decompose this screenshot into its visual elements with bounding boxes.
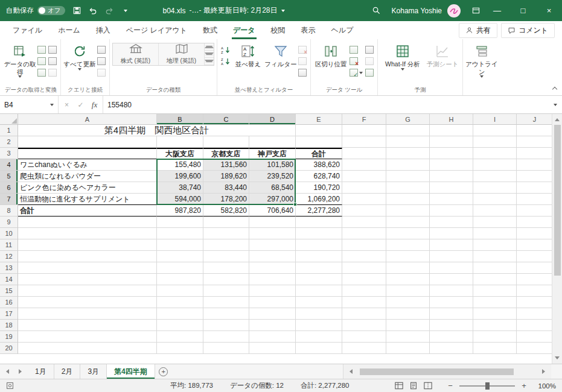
- cell-C18[interactable]: [203, 320, 249, 331]
- refresh-all-button[interactable]: すべて更新: [63, 40, 96, 71]
- cell-J10[interactable]: [517, 228, 552, 239]
- cell-F13[interactable]: [342, 262, 386, 274]
- cell-A15[interactable]: [18, 285, 157, 297]
- cell-F18[interactable]: [342, 320, 386, 331]
- cell-D17[interactable]: [249, 308, 296, 320]
- cell-I7[interactable]: [473, 194, 517, 205]
- cell-J18[interactable]: [517, 320, 552, 331]
- cell-I10[interactable]: [473, 228, 517, 239]
- cell-H19[interactable]: [430, 331, 473, 343]
- cell-A16[interactable]: [18, 297, 157, 308]
- gallery-more-button[interactable]: [205, 58, 214, 65]
- cell-E7[interactable]: 1,069,200: [296, 194, 342, 205]
- minimize-button[interactable]: —: [484, 0, 510, 21]
- cell-G12[interactable]: [386, 251, 430, 262]
- column-header-B[interactable]: B: [157, 114, 203, 125]
- cell-I19[interactable]: [473, 331, 517, 343]
- cell-A8[interactable]: 合計: [18, 205, 157, 217]
- cell-E5[interactable]: 628,740: [296, 171, 342, 182]
- cell-A19[interactable]: [18, 331, 157, 343]
- cell-J12[interactable]: [517, 251, 552, 262]
- horizontal-scroll-thumb[interactable]: [360, 368, 514, 375]
- properties-button[interactable]: [96, 55, 107, 67]
- cell-E9[interactable]: [296, 217, 342, 228]
- cell-B14[interactable]: [157, 274, 203, 285]
- tab-page-layout[interactable]: ページ レイアウト: [118, 21, 195, 39]
- document-title[interactable]: b04.xls -…- 最終更新日時: 2月28日: [163, 5, 285, 16]
- cell-B9[interactable]: [157, 217, 203, 228]
- cell-C17[interactable]: [203, 308, 249, 320]
- cell-E19[interactable]: [296, 331, 342, 343]
- cell-H14[interactable]: [430, 274, 473, 285]
- cell-I4[interactable]: [473, 159, 517, 171]
- page-layout-view-button[interactable]: [408, 381, 418, 391]
- sort-descending-button[interactable]: ZA: [220, 55, 232, 67]
- cell-A12[interactable]: [18, 251, 157, 262]
- cell-A10[interactable]: [18, 228, 157, 239]
- cell-A9[interactable]: [18, 217, 157, 228]
- cell-H10[interactable]: [430, 228, 473, 239]
- cell-A4[interactable]: ワニchanぬいぐるみ: [18, 159, 157, 171]
- tab-review[interactable]: 校閲: [263, 21, 293, 39]
- cell-E6[interactable]: 190,720: [296, 182, 342, 194]
- cell-G5[interactable]: [386, 171, 430, 182]
- cell-J2[interactable]: [517, 136, 552, 148]
- cell-C19[interactable]: [203, 331, 249, 343]
- cell-C11[interactable]: [203, 239, 249, 251]
- cell-E8[interactable]: 2,277,280: [296, 205, 342, 217]
- geography-data-type[interactable]: 地理 (英語): [159, 43, 205, 65]
- cell-H20[interactable]: [430, 343, 473, 354]
- cell-E16[interactable]: [296, 297, 342, 308]
- cell-B8[interactable]: 987,820: [157, 205, 203, 217]
- cell-H18[interactable]: [430, 320, 473, 331]
- cell-D7[interactable]: 297,000: [249, 194, 296, 205]
- zoom-slider[interactable]: [459, 385, 515, 387]
- cell-H16[interactable]: [430, 297, 473, 308]
- cell-B4[interactable]: 155,480: [157, 159, 203, 171]
- cell-G6[interactable]: [386, 182, 430, 194]
- cell-A11[interactable]: [18, 239, 157, 251]
- cell-G8[interactable]: [386, 205, 430, 217]
- cell-C4[interactable]: 131,560: [203, 159, 249, 171]
- cell-F12[interactable]: [342, 251, 386, 262]
- confirm-entry-button[interactable]: ✓: [74, 101, 88, 109]
- vertical-scrollbar[interactable]: [552, 114, 562, 364]
- recent-sources-button[interactable]: [47, 44, 58, 55]
- name-box[interactable]: B4: [0, 96, 59, 113]
- cell-I6[interactable]: [473, 182, 517, 194]
- autosave-toggle[interactable]: 自動保存 オフ: [0, 6, 69, 15]
- relationships-button[interactable]: [364, 55, 375, 67]
- scroll-down-button[interactable]: [552, 353, 562, 364]
- cell-C8[interactable]: 582,820: [203, 205, 249, 217]
- cell-J5[interactable]: [517, 171, 552, 182]
- cell-B11[interactable]: [157, 239, 203, 251]
- cell-E11[interactable]: [296, 239, 342, 251]
- cell-E12[interactable]: [296, 251, 342, 262]
- cell-I13[interactable]: [473, 262, 517, 274]
- cell-A20[interactable]: [18, 343, 157, 354]
- cell-D10[interactable]: [249, 228, 296, 239]
- close-button[interactable]: ×: [536, 0, 562, 21]
- cell-D14[interactable]: [249, 274, 296, 285]
- row-header-15[interactable]: 15: [0, 285, 18, 297]
- cell-E18[interactable]: [296, 320, 342, 331]
- cell-F3[interactable]: [342, 148, 386, 159]
- cell-H4[interactable]: [430, 159, 473, 171]
- zoom-in-button[interactable]: +: [520, 381, 528, 390]
- cell-G10[interactable]: [386, 228, 430, 239]
- manage-data-model-button[interactable]: [364, 67, 375, 78]
- cell-I11[interactable]: [473, 239, 517, 251]
- cell-J15[interactable]: [517, 285, 552, 297]
- cell-I8[interactable]: [473, 205, 517, 217]
- cell-D20[interactable]: [249, 343, 296, 354]
- cell-G18[interactable]: [386, 320, 430, 331]
- cell-D18[interactable]: [249, 320, 296, 331]
- consolidate-button[interactable]: [364, 44, 375, 55]
- cell-F16[interactable]: [342, 297, 386, 308]
- new-sheet-button[interactable]: +: [155, 364, 172, 379]
- forecast-sheet-button[interactable]: 予測シート: [425, 40, 460, 68]
- cell-G3[interactable]: [386, 148, 430, 159]
- cell-D15[interactable]: [249, 285, 296, 297]
- zoom-level[interactable]: 100%: [533, 382, 556, 390]
- cell-A13[interactable]: [18, 262, 157, 274]
